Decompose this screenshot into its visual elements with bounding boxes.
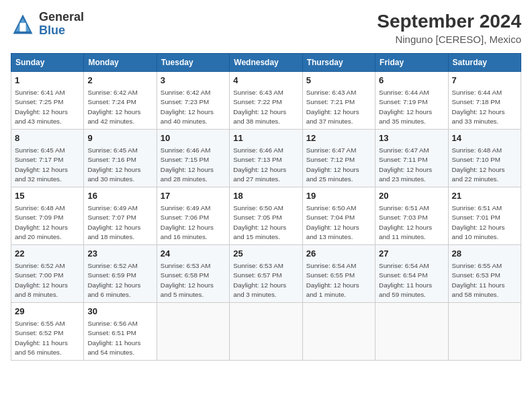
day-number: 15 xyxy=(15,190,80,202)
day-info: Sunrise: 6:56 AM Sunset: 6:51 PM Dayligh… xyxy=(87,319,152,357)
day-number: 28 xyxy=(452,248,517,260)
day-info: Sunrise: 6:48 AM Sunset: 7:09 PM Dayligh… xyxy=(15,203,80,242)
day-cell: 14Sunrise: 6:48 AM Sunset: 7:10 PM Dayli… xyxy=(448,130,521,187)
day-number: 8 xyxy=(15,132,80,144)
day-info: Sunrise: 6:49 AM Sunset: 7:06 PM Dayligh… xyxy=(161,203,226,242)
day-info: Sunrise: 6:49 AM Sunset: 7:07 PM Dayligh… xyxy=(87,203,152,242)
week-row-1: 1Sunrise: 6:41 AM Sunset: 7:25 PM Daylig… xyxy=(11,72,521,130)
day-cell: 2Sunrise: 6:42 AM Sunset: 7:24 PM Daylig… xyxy=(84,72,157,130)
day-cell: 30Sunrise: 6:56 AM Sunset: 6:51 PM Dayli… xyxy=(84,303,157,361)
col-header-thursday: Thursday xyxy=(302,54,375,72)
col-header-friday: Friday xyxy=(375,54,448,72)
day-number: 6 xyxy=(379,75,444,87)
day-cell: 21Sunrise: 6:51 AM Sunset: 7:01 PM Dayli… xyxy=(448,187,521,245)
day-cell: 3Sunrise: 6:42 AM Sunset: 7:23 PM Daylig… xyxy=(157,72,229,130)
day-cell xyxy=(302,303,375,361)
day-cell: 13Sunrise: 6:47 AM Sunset: 7:11 PM Dayli… xyxy=(375,130,448,187)
col-header-sunday: Sunday xyxy=(11,54,84,72)
day-info: Sunrise: 6:44 AM Sunset: 7:18 PM Dayligh… xyxy=(452,88,517,126)
calendar-header-row: SundayMondayTuesdayWednesdayThursdayFrid… xyxy=(11,54,521,72)
day-info: Sunrise: 6:41 AM Sunset: 7:25 PM Dayligh… xyxy=(15,88,80,126)
day-info: Sunrise: 6:53 AM Sunset: 6:58 PM Dayligh… xyxy=(161,261,226,300)
month-title: September 2024 xyxy=(377,11,521,32)
day-cell: 1Sunrise: 6:41 AM Sunset: 7:25 PM Daylig… xyxy=(11,72,84,130)
week-row-4: 22Sunrise: 6:52 AM Sunset: 7:00 PM Dayli… xyxy=(11,245,521,303)
week-row-3: 15Sunrise: 6:48 AM Sunset: 7:09 PM Dayli… xyxy=(11,187,521,245)
day-info: Sunrise: 6:46 AM Sunset: 7:13 PM Dayligh… xyxy=(233,146,298,184)
day-cell xyxy=(230,303,302,361)
day-cell: 4Sunrise: 6:43 AM Sunset: 7:22 PM Daylig… xyxy=(230,72,302,130)
day-number: 19 xyxy=(306,190,371,202)
day-cell: 9Sunrise: 6:45 AM Sunset: 7:16 PM Daylig… xyxy=(84,130,157,187)
day-number: 1 xyxy=(15,75,80,87)
day-info: Sunrise: 6:47 AM Sunset: 7:12 PM Dayligh… xyxy=(306,146,371,184)
day-info: Sunrise: 6:55 AM Sunset: 6:53 PM Dayligh… xyxy=(452,261,517,300)
day-number: 2 xyxy=(87,75,152,87)
day-cell: 23Sunrise: 6:52 AM Sunset: 6:59 PM Dayli… xyxy=(84,245,157,303)
day-info: Sunrise: 6:54 AM Sunset: 6:54 PM Dayligh… xyxy=(379,261,444,300)
day-number: 7 xyxy=(452,75,517,87)
calendar-body: 1Sunrise: 6:41 AM Sunset: 7:25 PM Daylig… xyxy=(11,72,521,361)
day-cell: 29Sunrise: 6:55 AM Sunset: 6:52 PM Dayli… xyxy=(11,303,84,361)
title-block: September 2024 Ninguno [CERESO], Mexico xyxy=(377,11,521,45)
day-info: Sunrise: 6:45 AM Sunset: 7:17 PM Dayligh… xyxy=(15,146,80,184)
day-info: Sunrise: 6:51 AM Sunset: 7:01 PM Dayligh… xyxy=(452,203,517,242)
day-cell: 20Sunrise: 6:51 AM Sunset: 7:03 PM Dayli… xyxy=(375,187,448,245)
logo-icon xyxy=(11,12,35,36)
col-header-tuesday: Tuesday xyxy=(157,54,229,72)
day-info: Sunrise: 6:52 AM Sunset: 7:00 PM Dayligh… xyxy=(15,261,80,300)
day-cell: 10Sunrise: 6:46 AM Sunset: 7:15 PM Dayli… xyxy=(157,130,229,187)
day-info: Sunrise: 6:42 AM Sunset: 7:23 PM Dayligh… xyxy=(161,88,226,126)
day-number: 30 xyxy=(87,306,152,318)
day-info: Sunrise: 6:45 AM Sunset: 7:16 PM Dayligh… xyxy=(87,146,152,184)
day-number: 5 xyxy=(306,75,371,87)
day-cell: 28Sunrise: 6:55 AM Sunset: 6:53 PM Dayli… xyxy=(448,245,521,303)
day-cell: 27Sunrise: 6:54 AM Sunset: 6:54 PM Dayli… xyxy=(375,245,448,303)
day-cell xyxy=(448,303,521,361)
day-cell: 12Sunrise: 6:47 AM Sunset: 7:12 PM Dayli… xyxy=(302,130,375,187)
day-info: Sunrise: 6:43 AM Sunset: 7:21 PM Dayligh… xyxy=(306,88,371,126)
day-number: 13 xyxy=(379,132,444,144)
col-header-wednesday: Wednesday xyxy=(230,54,302,72)
day-number: 29 xyxy=(15,306,80,318)
day-number: 16 xyxy=(87,190,152,202)
day-number: 3 xyxy=(161,75,226,87)
logo-text: General Blue xyxy=(39,11,84,38)
day-cell: 7Sunrise: 6:44 AM Sunset: 7:18 PM Daylig… xyxy=(448,72,521,130)
day-cell: 15Sunrise: 6:48 AM Sunset: 7:09 PM Dayli… xyxy=(11,187,84,245)
day-info: Sunrise: 6:51 AM Sunset: 7:03 PM Dayligh… xyxy=(379,203,444,242)
day-info: Sunrise: 6:52 AM Sunset: 6:59 PM Dayligh… xyxy=(87,261,152,300)
day-cell xyxy=(375,303,448,361)
day-number: 21 xyxy=(452,190,517,202)
day-info: Sunrise: 6:47 AM Sunset: 7:11 PM Dayligh… xyxy=(379,146,444,184)
calendar-table: SundayMondayTuesdayWednesdayThursdayFrid… xyxy=(11,53,521,361)
day-info: Sunrise: 6:54 AM Sunset: 6:55 PM Dayligh… xyxy=(306,261,371,300)
day-number: 4 xyxy=(233,75,298,87)
day-number: 27 xyxy=(379,248,444,260)
day-number: 26 xyxy=(306,248,371,260)
page-header: General Blue September 2024 Ninguno [CER… xyxy=(11,11,521,45)
day-info: Sunrise: 6:46 AM Sunset: 7:15 PM Dayligh… xyxy=(161,146,226,184)
day-info: Sunrise: 6:50 AM Sunset: 7:05 PM Dayligh… xyxy=(233,203,298,242)
day-cell: 17Sunrise: 6:49 AM Sunset: 7:06 PM Dayli… xyxy=(157,187,229,245)
day-cell: 24Sunrise: 6:53 AM Sunset: 6:58 PM Dayli… xyxy=(157,245,229,303)
day-cell: 6Sunrise: 6:44 AM Sunset: 7:19 PM Daylig… xyxy=(375,72,448,130)
day-cell: 18Sunrise: 6:50 AM Sunset: 7:05 PM Dayli… xyxy=(230,187,302,245)
day-number: 18 xyxy=(233,190,298,202)
day-info: Sunrise: 6:53 AM Sunset: 6:57 PM Dayligh… xyxy=(233,261,298,300)
day-number: 10 xyxy=(161,132,226,144)
day-info: Sunrise: 6:44 AM Sunset: 7:19 PM Dayligh… xyxy=(379,88,444,126)
day-cell: 25Sunrise: 6:53 AM Sunset: 6:57 PM Dayli… xyxy=(230,245,302,303)
location-title: Ninguno [CERESO], Mexico xyxy=(377,34,521,45)
day-info: Sunrise: 6:42 AM Sunset: 7:24 PM Dayligh… xyxy=(87,88,152,126)
day-cell: 22Sunrise: 6:52 AM Sunset: 7:00 PM Dayli… xyxy=(11,245,84,303)
day-number: 23 xyxy=(87,248,152,260)
day-number: 22 xyxy=(15,248,80,260)
day-cell: 8Sunrise: 6:45 AM Sunset: 7:17 PM Daylig… xyxy=(11,130,84,187)
col-header-saturday: Saturday xyxy=(448,54,521,72)
day-cell: 16Sunrise: 6:49 AM Sunset: 7:07 PM Dayli… xyxy=(84,187,157,245)
day-info: Sunrise: 6:55 AM Sunset: 6:52 PM Dayligh… xyxy=(15,319,80,357)
day-cell: 5Sunrise: 6:43 AM Sunset: 7:21 PM Daylig… xyxy=(302,72,375,130)
day-number: 25 xyxy=(233,248,298,260)
day-number: 20 xyxy=(379,190,444,202)
